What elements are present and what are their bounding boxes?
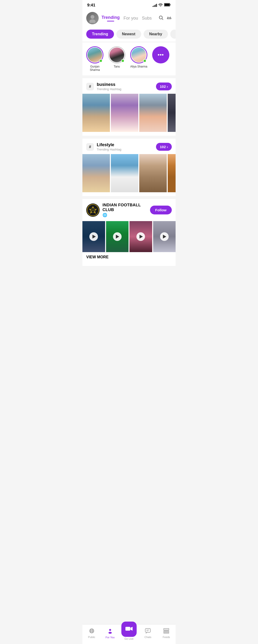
lifestyle-section-header: # Lifestyle Trending Hashtag 102 › bbox=[82, 138, 176, 153]
business-grid-image-3[interactable] bbox=[139, 94, 167, 132]
filter-trending[interactable]: Trending bbox=[86, 30, 114, 39]
business-title: business bbox=[97, 82, 156, 87]
business-section-header: # business Trending Hashtag 102 › bbox=[82, 78, 176, 93]
business-grid-image-2[interactable] bbox=[111, 94, 138, 132]
play-btn-3[interactable] bbox=[137, 232, 145, 241]
story-avatar-wrapper-gunjan bbox=[86, 46, 103, 64]
svg-point-0 bbox=[160, 6, 161, 6]
status-icons bbox=[153, 3, 171, 8]
club-name: INDIAN FOOTBALL CLUB bbox=[102, 203, 147, 212]
club-video-2[interactable] bbox=[106, 221, 129, 252]
svg-text:WCR: WCR bbox=[91, 210, 94, 211]
story-online-dot-gunjan bbox=[99, 59, 102, 62]
club-header: WCR INDIAN FOOTBALL CLUB 🌐 Follow bbox=[82, 199, 176, 221]
business-grid-image-1[interactable] bbox=[82, 94, 110, 132]
club-info: INDIAN FOOTBALL CLUB 🌐 bbox=[102, 203, 147, 217]
follow-button[interactable]: Follow bbox=[150, 206, 172, 214]
club-video-1[interactable] bbox=[82, 221, 105, 252]
svg-rect-2 bbox=[165, 4, 170, 6]
story-name-tanu: Tanu bbox=[114, 65, 120, 68]
story-name-gunjan: Gunjan Sharma bbox=[86, 65, 103, 72]
club-section: WCR INDIAN FOOTBALL CLUB 🌐 Follow bbox=[82, 199, 176, 266]
story-item-more[interactable]: ••• bbox=[152, 46, 169, 72]
filter-more[interactable] bbox=[170, 30, 176, 39]
header-nav: Trending For you Subs bbox=[101, 15, 156, 22]
story-item-aliya[interactable]: Aliya Sharma bbox=[130, 46, 147, 72]
business-section: # business Trending Hashtag 102 › bbox=[82, 78, 176, 136]
story-name-aliya: Aliya Sharma bbox=[130, 65, 147, 68]
svg-point-3 bbox=[90, 15, 94, 19]
story-online-dot-aliya bbox=[143, 59, 147, 62]
club-video-3[interactable] bbox=[130, 221, 152, 252]
svg-line-6 bbox=[162, 18, 163, 20]
lifestyle-grid-image-4[interactable] bbox=[168, 154, 176, 192]
story-more-btn: ••• bbox=[152, 46, 169, 64]
lifestyle-title-group: Lifestyle Trending Hashtag bbox=[97, 142, 156, 151]
status-bar: 9:41 bbox=[82, 0, 176, 10]
play-btn-2[interactable] bbox=[113, 232, 121, 241]
header-actions bbox=[158, 15, 172, 22]
story-online-dot-tanu bbox=[121, 59, 124, 62]
story-avatar-wrapper-aliya bbox=[130, 46, 147, 64]
lifestyle-title: Lifestyle bbox=[97, 142, 156, 148]
lifestyle-section: # Lifestyle Trending Hashtag 102 › bbox=[82, 138, 176, 196]
nav-trending-label: Trending bbox=[101, 15, 120, 20]
business-title-group: business Trending Hashtag bbox=[97, 82, 156, 91]
lifestyle-subtitle: Trending Hashtag bbox=[97, 148, 156, 151]
svg-point-4 bbox=[89, 19, 95, 23]
filter-newest[interactable]: Newest bbox=[116, 30, 141, 39]
wifi-icon bbox=[158, 3, 163, 8]
play-btn-1[interactable] bbox=[89, 232, 98, 241]
lifestyle-count-btn[interactable]: 102 › bbox=[156, 143, 172, 151]
club-video-grid bbox=[82, 221, 176, 252]
business-grid-image-4[interactable] bbox=[168, 94, 176, 132]
story-item-tanu[interactable]: Tanu bbox=[108, 46, 125, 72]
club-video-4[interactable] bbox=[153, 221, 176, 252]
lifestyle-hash-icon: # bbox=[86, 143, 94, 151]
search-icon[interactable] bbox=[158, 15, 164, 22]
club-logo-svg: WCR bbox=[87, 204, 99, 216]
lifestyle-image-grid bbox=[82, 153, 176, 196]
view-more-label[interactable]: VIEW MORE bbox=[82, 252, 176, 262]
crown-icon[interactable] bbox=[167, 15, 172, 22]
filter-tabs: Trending Newest Nearby bbox=[82, 27, 176, 42]
story-item-gunjan[interactable]: Gunjan Sharma bbox=[86, 46, 103, 72]
nav-foryou-label[interactable]: For you bbox=[123, 16, 138, 21]
stories-row: Gunjan Sharma Tanu Aliya Sharma •• bbox=[82, 42, 176, 75]
signal-icon bbox=[153, 4, 157, 7]
business-count-btn[interactable]: 102 › bbox=[156, 82, 172, 90]
filter-nearby[interactable]: Nearby bbox=[144, 30, 168, 39]
club-logo: WCR bbox=[86, 204, 100, 217]
nav-subs-label[interactable]: Subs bbox=[142, 16, 152, 21]
lifestyle-grid-image-1[interactable] bbox=[82, 154, 110, 192]
battery-icon bbox=[164, 3, 171, 8]
play-btn-4[interactable] bbox=[160, 232, 169, 241]
business-subtitle: Trending Hashtag bbox=[97, 87, 156, 91]
story-avatar-wrapper-tanu bbox=[108, 46, 125, 64]
business-hash-icon: # bbox=[86, 83, 94, 90]
lifestyle-grid-image-2[interactable] bbox=[111, 154, 138, 192]
status-time: 9:41 bbox=[87, 3, 95, 8]
nav-trending[interactable]: Trending bbox=[101, 15, 120, 22]
user-avatar[interactable] bbox=[86, 12, 99, 24]
business-image-grid bbox=[82, 93, 176, 136]
club-globe-icon: 🌐 bbox=[102, 213, 147, 217]
lifestyle-grid-image-3[interactable] bbox=[139, 154, 167, 192]
nav-trending-underline bbox=[107, 21, 114, 22]
user-avatar-img bbox=[88, 13, 97, 23]
header: Trending For you Subs bbox=[82, 10, 176, 27]
